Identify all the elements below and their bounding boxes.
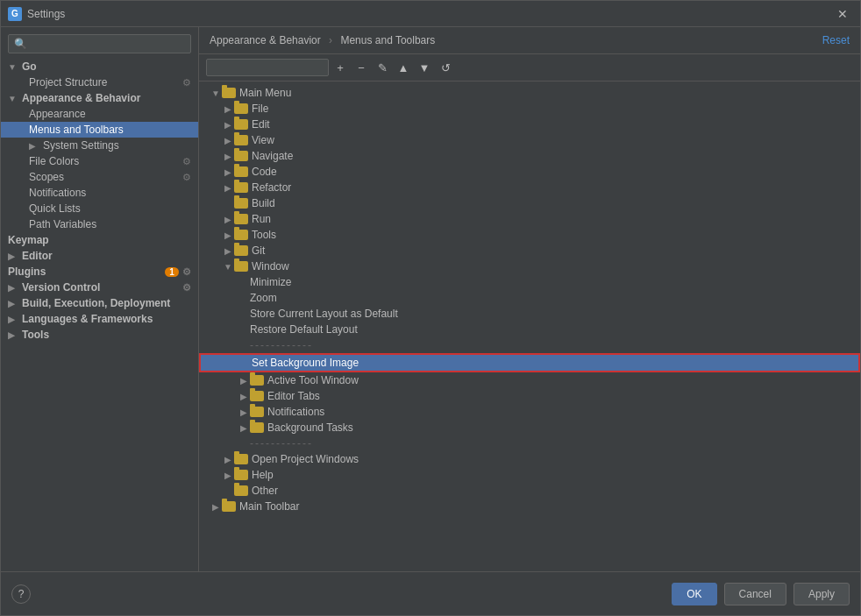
tree-item-other[interactable]: ▶ Other <box>199 483 860 499</box>
sidebar-item-menus-toolbars[interactable]: Menus and Toolbars <box>1 122 198 138</box>
sidebar-item-build-execution[interactable]: ▶ Build, Execution, Deployment <box>1 295 198 311</box>
apply-button[interactable]: Apply <box>793 583 850 605</box>
plugins-config-icon: ⚙ <box>182 266 191 278</box>
sidebar-item-project-structure[interactable]: Project Structure ⚙ <box>1 74 198 90</box>
tree-item-navigate[interactable]: ▶ Navigate <box>199 148 860 164</box>
main-menu-folder-icon <box>222 88 236 98</box>
sidebar-item-appearance-behavior[interactable]: ▼ Appearance & Behavior <box>1 90 198 106</box>
tree-item-notifications-menu[interactable]: ▶ Notifications <box>199 404 860 420</box>
tree-item-help[interactable]: ▶ Help <box>199 467 860 483</box>
move-down-button[interactable]: ▼ <box>415 58 434 77</box>
run-arrow: ▶ <box>222 215 234 224</box>
tree-item-minimize[interactable]: Minimize <box>199 274 860 290</box>
git-folder-icon <box>234 245 248 256</box>
sidebar: ▼ Go Project Structure ⚙ ▼ Appearance & … <box>1 27 199 571</box>
action-buttons: OK Cancel Apply <box>672 583 850 605</box>
tree-item-refactor[interactable]: ▶ Refactor <box>199 180 860 195</box>
editor-arrow: ▶ <box>8 251 18 261</box>
system-settings-arrow: ▶ <box>29 141 39 151</box>
tools-arrow: ▶ <box>8 330 18 340</box>
sidebar-item-file-colors[interactable]: File Colors ⚙ <box>1 153 198 169</box>
tree-item-main-menu[interactable]: ▼ Main Menu <box>199 85 860 101</box>
remove-button[interactable]: − <box>352 58 371 77</box>
reset-link[interactable]: Reset <box>822 34 850 46</box>
notifications-menu-folder-icon <box>250 407 264 417</box>
sidebar-item-appearance[interactable]: Appearance <box>1 106 198 122</box>
tree-item-file[interactable]: ▶ File <box>199 101 860 117</box>
editor-tabs-folder-icon <box>250 391 264 401</box>
sidebar-item-languages-frameworks[interactable]: ▶ Languages & Frameworks <box>1 311 198 327</box>
version-control-arrow: ▶ <box>8 283 18 293</box>
refactor-folder-icon <box>234 182 248 193</box>
sidebar-search-input[interactable] <box>8 34 191 53</box>
other-folder-icon <box>234 485 248 496</box>
sidebar-item-system-settings[interactable]: ▶ System Settings <box>1 138 198 153</box>
tree-item-window[interactable]: ▼ Window <box>199 258 860 274</box>
sidebar-item-tools[interactable]: ▶ Tools <box>1 327 198 343</box>
sidebar-item-editor[interactable]: ▶ Editor <box>1 248 198 264</box>
tree-item-restore-layout[interactable]: Restore Default Layout <box>199 322 860 337</box>
sidebar-item-quick-lists[interactable]: Quick Lists <box>1 201 198 216</box>
file-folder-icon <box>234 103 248 114</box>
sidebar-item-scopes[interactable]: Scopes ⚙ <box>1 169 198 185</box>
navigate-folder-icon <box>234 151 248 161</box>
tree-item-main-toolbar[interactable]: ▶ Main Toolbar <box>199 499 860 514</box>
tree-toolbar: + − ✎ ▲ ▼ ↺ <box>199 54 860 81</box>
languages-arrow: ▶ <box>8 315 18 324</box>
tree-item-build[interactable]: ▶ Build <box>199 195 860 211</box>
tree-item-run[interactable]: ▶ Run <box>199 211 860 227</box>
tree-item-store-layout[interactable]: Store Current Layout as Default <box>199 306 860 322</box>
breadcrumb: Appearance & Behavior › Menus and Toolba… <box>210 34 435 46</box>
main-toolbar-folder-icon <box>222 501 236 512</box>
settings-dialog: G Settings ✕ ▼ Go Project Structure ⚙ ▼ … <box>0 0 861 616</box>
tree-item-background-tasks[interactable]: ▶ Background Tasks <box>199 420 860 435</box>
tree-item-set-background[interactable]: Set Background Image <box>199 353 860 372</box>
tree-item-git[interactable]: ▶ Git <box>199 243 860 258</box>
view-arrow: ▶ <box>222 136 234 145</box>
tree-item-tools-menu[interactable]: ▶ Tools <box>199 227 860 243</box>
version-control-config-icon: ⚙ <box>182 282 191 294</box>
tree-item-view[interactable]: ▶ View <box>199 132 860 148</box>
tree-search-input[interactable] <box>206 59 329 76</box>
cancel-button[interactable]: Cancel <box>724 583 786 605</box>
active-tool-folder-icon <box>250 375 264 386</box>
tree-separator-2: ------------ <box>199 435 860 451</box>
tree-item-edit[interactable]: ▶ Edit <box>199 117 860 132</box>
add-button[interactable]: + <box>331 58 350 77</box>
sidebar-item-notifications[interactable]: Notifications <box>1 185 198 201</box>
restore-button[interactable]: ↺ <box>436 58 455 77</box>
open-project-folder-icon <box>234 454 248 464</box>
editor-tabs-arrow: ▶ <box>238 392 250 401</box>
build-arrow: ▶ <box>8 299 18 308</box>
tree-separator-1: ------------ <box>199 337 860 353</box>
background-tasks-arrow: ▶ <box>238 423 250 433</box>
help-button[interactable]: ? <box>11 584 31 604</box>
move-up-button[interactable]: ▲ <box>394 58 413 77</box>
right-panel: Appearance & Behavior › Menus and Toolba… <box>199 27 860 571</box>
sidebar-item-path-variables[interactable]: Path Variables <box>1 216 198 232</box>
appearance-behavior-arrow: ▼ <box>8 94 18 103</box>
tree-item-open-project-windows[interactable]: ▶ Open Project Windows <box>199 451 860 467</box>
tools-menu-folder-icon <box>234 230 248 240</box>
ok-button[interactable]: OK <box>672 583 716 605</box>
file-colors-config-icon: ⚙ <box>182 156 191 167</box>
sidebar-item-plugins[interactable]: Plugins 1 ⚙ <box>1 264 198 280</box>
tree-item-code[interactable]: ▶ Code <box>199 164 860 180</box>
tree-item-editor-tabs[interactable]: ▶ Editor Tabs <box>199 388 860 404</box>
go-expand-icon: ▼ <box>8 62 18 72</box>
help-arrow: ▶ <box>222 471 234 480</box>
edit-button[interactable]: ✎ <box>373 58 392 77</box>
sidebar-item-version-control[interactable]: ▶ Version Control ⚙ <box>1 280 198 295</box>
git-arrow: ▶ <box>222 246 234 256</box>
window-arrow: ▼ <box>222 262 234 272</box>
sidebar-item-go[interactable]: ▼ Go <box>1 59 198 74</box>
sidebar-item-keymap[interactable]: Keymap <box>1 232 198 248</box>
tree-container[interactable]: ▼ Main Menu ▶ File ▶ Edit <box>199 81 860 571</box>
main-content: ▼ Go Project Structure ⚙ ▼ Appearance & … <box>1 27 860 571</box>
tree-item-active-tool-window[interactable]: ▶ Active Tool Window <box>199 372 860 388</box>
tree-item-zoom[interactable]: Zoom <box>199 290 860 306</box>
bottom-bar: ? OK Cancel Apply <box>1 571 860 615</box>
close-button[interactable]: ✕ <box>832 5 853 23</box>
edit-arrow: ▶ <box>222 120 234 130</box>
main-menu-arrow: ▼ <box>210 89 222 98</box>
